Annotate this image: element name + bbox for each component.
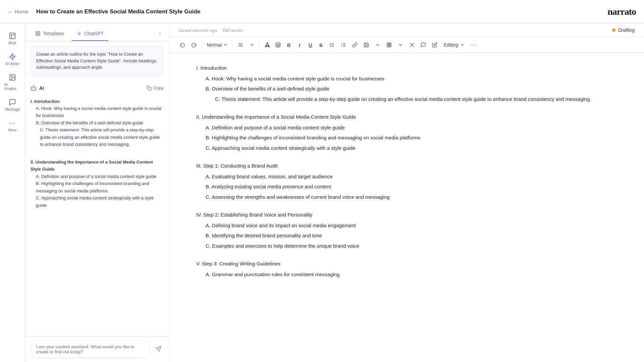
ai-label-container: AI	[31, 85, 44, 91]
image-button[interactable]	[361, 41, 371, 49]
ai-writer-label: AI Writer	[5, 62, 20, 66]
list-item: B. Overview of the benefits of a well-de…	[36, 119, 164, 126]
doc-title: How to Create an Effective Social Media …	[36, 8, 200, 15]
svg-rect-9	[36, 34, 38, 36]
link-icon	[352, 42, 358, 48]
chatgpt-icon: G	[76, 31, 82, 36]
style-label: Normal	[207, 42, 222, 48]
brand-logo: narrato	[607, 6, 636, 17]
brief-icon	[9, 32, 16, 40]
section-brand-voice: IV. Step 2: Establishing Brand Voice and…	[196, 210, 617, 250]
svg-text:G: G	[78, 32, 80, 35]
list-item: A. Hook: Why having a social media conte…	[36, 105, 164, 119]
tab-templates-label: Templates	[43, 31, 64, 36]
list-item: C. Approaching social media content stra…	[36, 194, 164, 209]
list-item: II. Understanding the Importance of a So…	[31, 159, 164, 173]
align-dropdown-button[interactable]	[247, 41, 257, 49]
panel-tabs: Templates G ChatGPT ‹	[25, 23, 169, 41]
chevron-down-icon-3	[398, 42, 403, 48]
divider-1	[202, 42, 202, 48]
chat-input[interactable]	[31, 341, 150, 358]
copy-button[interactable]: Copy	[147, 85, 164, 90]
svg-point-36	[365, 44, 366, 45]
numbered-list-button[interactable]: 123	[338, 41, 348, 49]
svg-point-5	[11, 76, 12, 77]
highlight-icon	[275, 42, 281, 48]
list-item: C. Examples and exercises to help determ…	[206, 242, 617, 250]
editor-area: Saved seconds ago 640 words Drafting Nor…	[169, 23, 644, 362]
list-item: A. Definition and purpose of a social me…	[36, 173, 164, 180]
toolbar-more-button[interactable]: ⋯	[469, 40, 479, 50]
table-button[interactable]	[384, 41, 394, 49]
align-icon	[238, 42, 243, 48]
sidebar-item-message[interactable]: Message	[2, 95, 23, 115]
link-button[interactable]	[350, 41, 360, 49]
home-link[interactable]: ← Home	[8, 9, 28, 14]
highlight-button[interactable]	[273, 40, 283, 50]
svg-point-28	[330, 46, 330, 46]
icon-sidebar: Brief AI Writer AI Images Message ⋯ More	[0, 23, 25, 362]
list-item: A. Evaluating brand values, mission, and…	[206, 172, 617, 181]
ai-images-label: AI Images	[4, 82, 20, 90]
bold-button[interactable]: B	[284, 41, 293, 50]
ai-writer-icon	[9, 53, 16, 60]
ai-header: AI Copy	[31, 80, 164, 95]
toolbar: Normal B I U S 1	[169, 37, 644, 53]
section-h1: V. Step 3: Creating Writing Guidelines	[196, 259, 617, 268]
chevron-left-icon: ←	[8, 9, 13, 14]
undo-icon	[180, 42, 185, 48]
tab-chatgpt[interactable]: G ChatGPT	[72, 28, 108, 41]
chevron-down-icon-4	[460, 43, 465, 47]
strikethrough-button[interactable]: S	[316, 41, 326, 50]
table-icon	[386, 42, 392, 48]
divider-2	[232, 42, 233, 48]
copy-icon	[147, 85, 152, 90]
editing-dropdown[interactable]: Editing	[441, 41, 467, 49]
align-button[interactable]	[235, 41, 246, 49]
list-item: A. Grammar and punctuation rules for con…	[206, 270, 617, 279]
pencil-button[interactable]	[430, 41, 440, 49]
chevron-down-icon-2	[375, 42, 380, 48]
svg-point-26	[330, 43, 330, 44]
editor-content[interactable]: I. Introduction A. Hook: Why having a so…	[169, 53, 644, 362]
clear-format-button[interactable]	[407, 41, 417, 49]
list-item: C. Assessing the strengths and weaknesse…	[206, 193, 617, 201]
underline-button[interactable]: U	[306, 41, 315, 50]
collapse-panel-button[interactable]: ‹	[156, 28, 164, 38]
comment-button[interactable]	[418, 41, 428, 49]
draft-dot-icon	[612, 28, 615, 32]
list-item: B. Overview of the benefits of a well-de…	[206, 84, 617, 93]
section-h1: I. Introduction	[196, 64, 617, 72]
sidebar-item-ai-images[interactable]: AI Images	[2, 70, 23, 94]
chat-input-area	[25, 336, 169, 362]
clear-format-icon	[409, 42, 415, 48]
list-item: B. Highlighting the challenges of incons…	[206, 133, 617, 142]
send-button[interactable]	[153, 344, 164, 355]
italic-button[interactable]: I	[295, 41, 304, 50]
prompt-text: Create an article outline for the topic …	[36, 52, 157, 70]
svg-point-13	[33, 85, 34, 86]
text-color-button[interactable]	[263, 40, 272, 50]
ai-images-icon	[9, 74, 16, 81]
tab-templates[interactable]: Templates	[31, 28, 69, 41]
panel-outline: I. Introduction A. Hook: Why having a so…	[31, 98, 164, 209]
table-dropdown-button[interactable]	[395, 41, 406, 49]
sidebar-item-brief[interactable]: Brief	[2, 29, 23, 48]
svg-rect-6	[36, 32, 38, 33]
image-dropdown-button[interactable]	[373, 41, 383, 49]
numbered-list-icon: 123	[341, 42, 346, 48]
section-writing-guidelines: V. Step 3: Creating Writing Guidelines A…	[196, 259, 617, 279]
robot-icon	[31, 85, 37, 91]
more-dots-icon: ⋯	[9, 119, 16, 127]
undo-button[interactable]	[177, 41, 187, 49]
list-item: C. Thesis statement: This article will p…	[215, 95, 617, 104]
redo-button[interactable]	[189, 41, 199, 49]
style-dropdown[interactable]: Normal	[205, 41, 230, 49]
sidebar-item-more[interactable]: ⋯ More	[2, 116, 23, 135]
sidebar-item-ai-writer[interactable]: AI Writer	[2, 50, 23, 69]
tab-chatgpt-label: ChatGPT	[84, 31, 104, 36]
list-item: B. Analyzing existing social media prese…	[206, 182, 617, 191]
draft-badge: Drafting	[612, 27, 635, 33]
bullet-list-button[interactable]	[327, 41, 337, 49]
comment-icon	[421, 42, 426, 48]
